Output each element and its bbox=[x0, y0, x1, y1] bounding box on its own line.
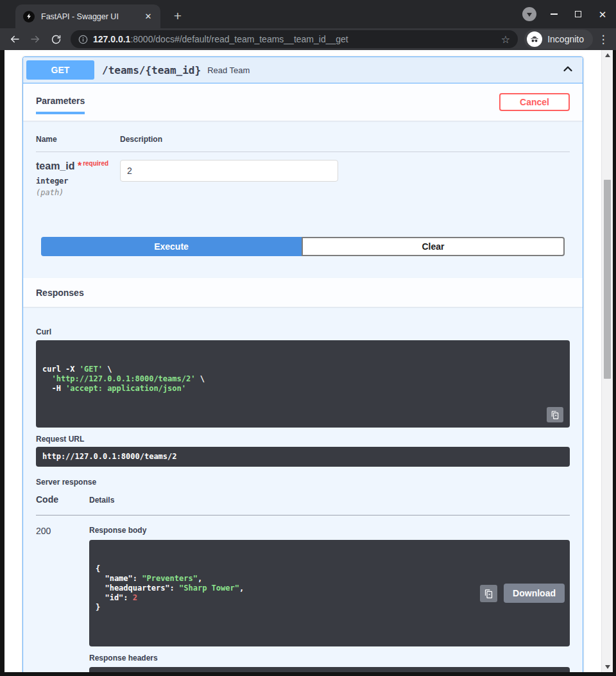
download-button[interactable]: Download bbox=[504, 584, 565, 603]
close-button[interactable]: ✕ bbox=[595, 7, 610, 21]
column-description: Description bbox=[120, 135, 570, 144]
tab-title: FastAPI - Swagger UI bbox=[41, 12, 142, 21]
parameters-body: Name Description team_id *required integ… bbox=[23, 121, 583, 278]
parameter-row: team_id *required integer (path) bbox=[36, 152, 570, 197]
column-details: Details bbox=[89, 496, 570, 505]
url-path: :8000/docs#/default/read_team_teams__tea… bbox=[130, 34, 348, 44]
page-viewport: GET /teams/{team_id} Read Team Parameter… bbox=[4, 50, 613, 672]
forward-icon[interactable] bbox=[27, 31, 44, 48]
opblock-get-teams: GET /teams/{team_id} Read Team Parameter… bbox=[22, 56, 583, 672]
browser-update-icon[interactable] bbox=[522, 7, 536, 21]
curl-code: curl -X 'GET' \ 'http://127.0.0.1:8000/t… bbox=[42, 365, 563, 394]
url-host: 127.0.0.1 bbox=[93, 34, 130, 44]
parameter-location: (path) bbox=[36, 188, 120, 197]
request-url-value: http://127.0.0.1:8000/teams/2 bbox=[36, 447, 570, 467]
server-response-row: 200 Response body { "name": "Preventers"… bbox=[36, 516, 570, 672]
back-icon[interactable] bbox=[6, 31, 23, 48]
scroll-down-icon[interactable] bbox=[602, 662, 613, 672]
clear-button[interactable]: Clear bbox=[302, 237, 565, 256]
execute-row: Execute Clear bbox=[41, 237, 565, 256]
responses-body: Curl curl -X 'GET' \ 'http://127.0.0.1:8… bbox=[23, 307, 583, 672]
execute-button[interactable]: Execute bbox=[41, 237, 302, 256]
required-star: * bbox=[78, 160, 81, 171]
operation-path: /teams/{team_id} bbox=[94, 64, 207, 76]
response-body-label: Response body bbox=[89, 526, 570, 535]
page-scrollbar[interactable] bbox=[601, 50, 613, 672]
fastapi-favicon-icon bbox=[23, 11, 35, 22]
incognito-label: Incognito bbox=[547, 34, 584, 44]
server-response-table-header: Code Details bbox=[36, 494, 570, 516]
request-url-label: Request URL bbox=[36, 435, 570, 444]
operation-summary: Read Team bbox=[207, 65, 250, 75]
copy-curl-icon[interactable] bbox=[547, 407, 563, 422]
incognito-badge: Incognito bbox=[524, 30, 593, 49]
responses-title: Responses bbox=[36, 288, 84, 298]
copy-response-icon[interactable] bbox=[480, 585, 497, 602]
browser-window: FastAPI - Swagger UI ✕ + ✕ 127.0.0.1:800… bbox=[0, 0, 616, 676]
response-headers-block: content-length: 57content-type: applicat… bbox=[89, 667, 570, 672]
column-code: Code bbox=[36, 494, 89, 505]
browser-toolbar: 127.0.0.1:8000/docs#/default/read_team_t… bbox=[0, 28, 616, 50]
cancel-button[interactable]: Cancel bbox=[499, 93, 570, 111]
status-code: 200 bbox=[36, 524, 89, 672]
url-text[interactable]: 127.0.0.1:8000/docs#/default/read_team_t… bbox=[93, 34, 496, 44]
response-body-block: { "name": "Preventers", "headquarters": … bbox=[89, 540, 570, 646]
address-bar[interactable]: 127.0.0.1:8000/docs#/default/read_team_t… bbox=[71, 30, 518, 48]
browser-menu-icon[interactable]: ⋮ bbox=[597, 33, 610, 46]
parameter-type: integer bbox=[36, 177, 120, 186]
tab-strip: FastAPI - Swagger UI ✕ + ✕ bbox=[0, 0, 616, 28]
tab-close-icon[interactable]: ✕ bbox=[142, 11, 154, 22]
method-badge: GET bbox=[26, 60, 94, 80]
minimize-button[interactable] bbox=[547, 7, 561, 21]
curl-command: curl -X 'GET' \ 'http://127.0.0.1:8000/t… bbox=[36, 340, 570, 428]
parameters-header: Parameters Cancel bbox=[23, 83, 583, 121]
incognito-icon bbox=[527, 31, 542, 47]
scroll-up-icon[interactable] bbox=[602, 50, 613, 60]
reload-icon[interactable] bbox=[47, 31, 64, 48]
server-response-label: Server response bbox=[36, 478, 570, 487]
opblock-summary[interactable]: GET /teams/{team_id} Read Team bbox=[23, 57, 583, 83]
responses-header: Responses bbox=[23, 278, 583, 307]
tab-parameters[interactable]: Parameters bbox=[36, 96, 85, 114]
curl-label: Curl bbox=[36, 327, 570, 336]
parameters-table-header: Name Description bbox=[36, 135, 570, 152]
maximize-button[interactable] bbox=[571, 7, 585, 21]
window-controls: ✕ bbox=[522, 0, 610, 28]
scrollbar-thumb[interactable] bbox=[604, 180, 611, 379]
new-tab-button[interactable]: + bbox=[169, 8, 186, 24]
site-info-icon[interactable] bbox=[78, 35, 88, 44]
swagger-content: GET /teams/{team_id} Read Team Parameter… bbox=[4, 50, 601, 672]
required-label: required bbox=[83, 160, 108, 167]
browser-tab[interactable]: FastAPI - Swagger UI ✕ bbox=[15, 4, 160, 28]
column-name: Name bbox=[36, 135, 120, 144]
collapse-chevron-icon[interactable] bbox=[561, 62, 574, 78]
bookmark-star-icon[interactable]: ☆ bbox=[501, 33, 510, 46]
response-headers-label: Response headers bbox=[89, 654, 570, 663]
team-id-input[interactable] bbox=[120, 160, 338, 182]
parameter-name: team_id *required bbox=[36, 160, 120, 172]
